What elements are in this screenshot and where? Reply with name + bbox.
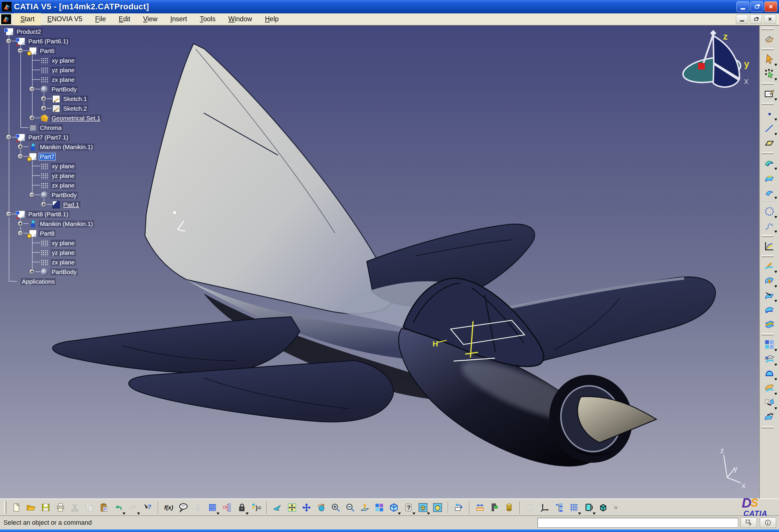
tree-label[interactable]: Product2 [15,28,42,35]
menu-help[interactable]: Help [258,13,285,25]
tree-expander-expand-icon[interactable]: + [17,221,23,227]
box-view-button[interactable] [596,500,610,515]
tree-expander-expand-icon[interactable]: + [41,96,47,102]
toolbar-drag-handle[interactable] [762,103,774,105]
measure-item-button[interactable] [487,500,502,515]
toolbar-drag-handle[interactable] [762,255,774,257]
tree-item-xy-plane[interactable]: xy plane [2,238,165,248]
select-button[interactable] [761,52,778,66]
shading-edges-button[interactable] [416,500,430,515]
tree-label[interactable]: Sketch.1 [62,96,88,103]
tree-item-xy-plane[interactable]: xy plane [2,161,165,171]
tree-item-product2[interactable]: Product2 [2,27,165,37]
tree-label[interactable]: xy plane [51,163,76,170]
styling-fillet-button[interactable] [761,381,778,396]
whats-this-button[interactable]: ? [140,500,155,515]
tree-label[interactable]: Part8 [39,230,56,237]
pan-button[interactable] [299,500,314,515]
toolbar-drag-handle[interactable] [762,152,774,154]
menu-enovia-v5[interactable]: ENOVIA V5 [41,13,89,25]
tree-label[interactable]: Manikin (Manikin.1) [39,143,94,151]
menu-window[interactable]: Window [222,13,258,25]
menu-tools[interactable]: Tools [193,13,222,25]
tree-expander-collapse-icon[interactable]: − [17,154,23,159]
tree-label[interactable]: yz plane [51,172,76,179]
tree-item-partbody[interactable]: +PartBody [2,267,165,277]
tree-item-part8-part8-1-[interactable]: −Part8 (Part8.1) [2,210,165,219]
tree-label[interactable]: zx plane [51,76,76,83]
tree-item-part7-part7-1-[interactable]: −Part7 (Part7.1) [2,132,165,142]
extrude-surface-button[interactable] [761,156,778,170]
tree-item-zx-plane[interactable]: zx plane [2,257,165,267]
tree-label[interactable]: Part6 [39,48,56,54]
trim-button[interactable] [761,352,778,366]
status-info-button[interactable]: i [760,518,776,528]
graph-tree-button[interactable] [552,500,567,515]
tree-expander-collapse-icon[interactable]: − [29,86,35,92]
tree-item-yz-plane[interactable]: yz plane [2,171,165,181]
axis-system-button[interactable] [538,500,552,515]
tree-label[interactable]: xy plane [51,57,76,64]
comment-button[interactable] [176,500,191,515]
tree-item-partbody[interactable]: −PartBody [2,84,165,94]
line-button[interactable] [761,121,778,136]
constraints-button[interactable]: }= [249,500,263,515]
shading-button[interactable] [430,500,445,515]
catalog-button[interactable] [452,500,466,515]
tree-item-zx-plane[interactable]: zx plane [2,75,165,84]
sketcher-button[interactable] [761,86,778,101]
tree-expander-expand-icon[interactable]: + [41,201,47,207]
tree-label[interactable]: Part7 [39,153,56,161]
catia-app-icon[interactable] [2,2,12,12]
power-input-toggle-button[interactable] [740,518,757,528]
tree-expander-expand-icon[interactable]: + [41,105,47,111]
tree-label[interactable]: zx plane [51,182,76,189]
tree-item-sketch-2[interactable]: +Sketch.2 [2,104,165,113]
extrapolate-button[interactable] [761,259,778,274]
toolbar-drag-handle[interactable] [762,28,774,30]
tree-expander-expand-icon[interactable]: + [17,144,23,150]
fly-mode-button[interactable] [270,500,285,515]
tree-expander-collapse-icon[interactable]: − [6,38,12,44]
tree-label[interactable]: Pad.1 [62,201,80,208]
design-table-button[interactable] [205,500,220,515]
fit-all-in-button[interactable] [285,500,299,515]
tree-item-zx-plane[interactable]: zx plane [2,181,165,190]
save-button[interactable] [39,500,53,515]
multi-offset-button[interactable] [761,317,778,332]
grid-button[interactable] [567,500,581,515]
tree-label[interactable]: Part8 (Part8.1) [27,211,70,218]
product-structure-button[interactable] [220,500,234,515]
restore-button[interactable] [751,1,763,12]
new-document-button[interactable] [9,500,24,515]
3d-viewport[interactable]: H z y x [0,25,759,498]
toolbar-drag-handle[interactable] [762,48,774,50]
lock-button[interactable] [234,500,249,515]
measure-inertia-button[interactable] [502,500,517,515]
fillet-button[interactable] [761,366,778,381]
toolbar-drag-handle[interactable] [4,501,6,514]
tree-label[interactable]: PartBody [50,192,78,198]
tree-item-geometrical-set-1[interactable]: +Geometrical Set.1 [2,113,165,123]
close-button[interactable]: × [765,1,777,12]
tree-item-pad-1[interactable]: +Pad.1 [2,200,165,210]
menu-view[interactable]: View [136,13,164,25]
tree-label[interactable]: xy plane [51,240,76,247]
sweep-surface-button[interactable] [761,185,778,199]
print-button[interactable] [53,500,67,515]
tree-item-xy-plane[interactable]: xy plane [2,56,165,65]
tree-expander-collapse-icon[interactable]: − [17,230,23,236]
tree-label[interactable]: Part6 (Part6.1) [27,38,70,45]
toolbar-overflow-button[interactable]: » [610,500,625,515]
tree-expander-collapse-icon[interactable]: − [29,192,35,198]
plane-button[interactable] [761,136,778,150]
open-button[interactable] [24,500,39,515]
zoom-in-button[interactable] [328,500,343,515]
tree-label[interactable]: Manikin (Manikin.1) [39,221,94,227]
tree-item-applications[interactable]: Applications [2,277,165,286]
tree-label[interactable]: yz plane [51,67,76,74]
join-button[interactable] [761,274,778,288]
mdi-close-button[interactable]: × [764,14,776,24]
update-button[interactable] [523,500,538,515]
offset-surface-button[interactable] [761,303,778,317]
